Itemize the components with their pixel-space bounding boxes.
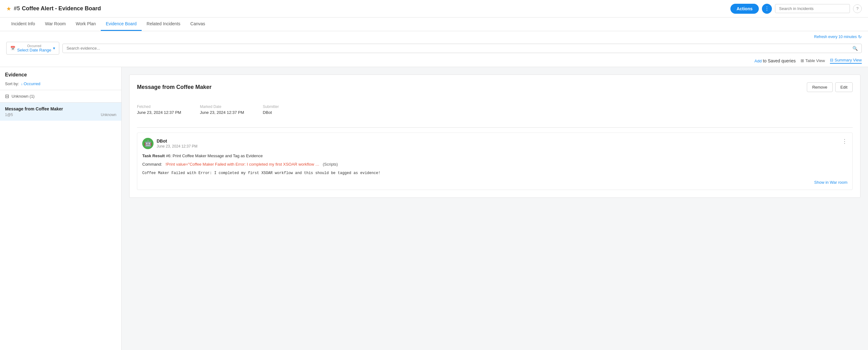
scripts-tag: (Scripts) [322,162,338,166]
star-icon: ★ [6,5,11,12]
separator [137,127,853,128]
marked-date-label: Marked Date [200,104,244,109]
summary-view-label: Summary View [835,58,862,62]
author-name-time: DBot June 23, 2024 12:37 PM [157,138,197,149]
fetched-label: Fetched [137,104,181,109]
evidence-item-id: 1@5 [5,113,13,117]
detail-title: Message from Coffee Maker [137,84,212,91]
author-time: June 23, 2024 12:37 PM [157,144,197,149]
refresh-icon[interactable]: ↻ [858,34,862,39]
task-text: #6: Print Coffee Maker Message and Tag a… [166,154,263,158]
marked-date-value: June 23, 2024 12:37 PM [200,110,244,115]
toolbar-bottom: Add to Saved queries ⊞ Table View ⊟ Summ… [6,58,862,64]
group-name: Unknown (1) [11,94,35,99]
task-label: Task Result [142,154,165,158]
incident-title: Coffee Alert - Evidence Board [22,5,101,12]
sort-by-label: Sort by: [5,82,19,86]
command-link[interactable]: !Print value="Coffee Maker Failed with E… [165,162,319,166]
avatar: 🤖 [142,138,154,149]
group-collapse-icon: ⊟ [5,93,9,99]
refresh-text[interactable]: Refresh every 10 minutes [814,35,857,39]
detail-header: Message from Coffee Maker Remove Edit [137,82,853,92]
table-view-label: Table View [805,58,825,63]
chevron-down-icon: ▾ [53,46,55,51]
show-in-war-room-link[interactable]: Show in War room [814,180,847,185]
help-button[interactable]: ? [853,4,862,13]
svg-text:🤖: 🤖 [144,139,152,147]
submitter-label: Submitter [263,104,279,109]
detail-actions: Remove Edit [807,82,853,92]
summary-view-toggle[interactable]: ⊟ Summary View [830,58,862,64]
task-result-line: Task Result #6: Print Coffee Maker Messa… [142,153,847,159]
header-title-area: ★ #5 Coffee Alert - Evidence Board [6,5,731,12]
calendar-icon: 📅 [10,46,15,51]
evidence-item-meta: 1@5 Unknown [5,113,116,117]
main-layout: Evidence Sort by: ↓ Occurred ⊟ Unknown (… [0,67,868,350]
command-label: Command: [142,162,162,166]
message-block: 🤖 DBot June 23, 2024 12:37 PM ⋮ Task Res… [137,133,853,190]
fetched-value: June 23, 2024 12:37 PM [137,110,181,115]
right-panel: Message from Coffee Maker Remove Edit Fe… [122,67,868,350]
show-war-room-area: Show in War room [142,180,847,185]
edit-button[interactable]: Edit [835,82,853,92]
evidence-item-status: Unknown [101,113,116,117]
saved-queries-area: Add to Saved queries [754,58,796,63]
message-content: Task Result #6: Print Coffee Maker Messa… [142,153,847,176]
tab-related-incidents[interactable]: Related Incidents [142,17,185,31]
actions-button[interactable]: Actions [731,4,759,14]
incident-number: #5 [14,5,20,12]
submitter-value: DBot [263,110,279,115]
sort-by-value[interactable]: ↓ Occurred [21,82,40,86]
author-name: DBot [157,138,197,144]
meta-marked-date: Marked Date June 23, 2024 12:37 PM [200,104,244,115]
date-range-button[interactable]: 📅 Occurred Select Date Range ▾ [6,42,59,55]
date-range-label: Select Date Range [17,48,51,53]
to-saved-queries-label: to Saved queries [763,58,796,63]
sort-by-field: Occurred [24,82,40,86]
header: ★ #5 Coffee Alert - Evidence Board Actio… [0,0,868,18]
message-body: Coffee Maker Failed with Error: I comple… [142,170,847,176]
tab-work-plan[interactable]: Work Plan [71,17,101,31]
sort-row: Sort by: ↓ Occurred [0,80,121,90]
detail-meta: Fetched June 23, 2024 12:37 PM Marked Da… [137,99,853,120]
meta-submitter: Submitter DBot [263,104,279,115]
add-link[interactable]: Add [754,59,762,63]
more-options-button[interactable]: ⋮ [762,4,772,14]
command-line: Command: !Print value="Coffee Maker Fail… [142,161,847,168]
toolbar-top: Refresh every 10 minutes ↻ [6,34,862,39]
toolbar: Refresh every 10 minutes ↻ 📅 Occurred Se… [0,31,868,67]
message-author-row: 🤖 DBot June 23, 2024 12:37 PM ⋮ [142,138,847,149]
meta-fetched: Fetched June 23, 2024 12:37 PM [137,104,181,115]
group-header[interactable]: ⊟ Unknown (1) [0,90,121,102]
tab-canvas[interactable]: Canvas [185,17,210,31]
search-incidents-input[interactable] [779,6,846,11]
toolbar-middle: 📅 Occurred Select Date Range ▾ 🔍 [6,42,862,55]
table-view-toggle[interactable]: ⊞ Table View [801,58,825,63]
message-more-options[interactable]: ⋮ [842,138,847,145]
author-info: 🤖 DBot June 23, 2024 12:37 PM [142,138,197,149]
nav-tabs: Incident Info War Room Work Plan Evidenc… [0,18,868,31]
header-actions: Actions ⋮ ? [731,4,862,14]
view-toggles: ⊞ Table View ⊟ Summary View [801,58,862,64]
search-incidents-container [775,4,850,13]
table-view-icon: ⊞ [801,58,804,63]
remove-button[interactable]: Remove [807,82,832,92]
search-evidence-input[interactable] [66,46,852,51]
search-evidence-container: 🔍 [62,44,862,53]
tab-war-room[interactable]: War Room [40,17,70,31]
tab-evidence-board[interactable]: Evidence Board [101,17,142,31]
evidence-item-title: Message from Coffee Maker [5,106,116,112]
occurred-label: Occurred [17,44,51,48]
evidence-list-item[interactable]: Message from Coffee Maker 1@5 Unknown [0,102,121,121]
search-evidence-button[interactable]: 🔍 [852,46,858,51]
evidence-detail-card: Message from Coffee Maker Remove Edit Fe… [129,74,861,198]
left-panel: Evidence Sort by: ↓ Occurred ⊟ Unknown (… [0,67,122,350]
sort-arrow-icon: ↓ [21,82,23,86]
summary-view-icon: ⊟ [830,58,833,62]
tab-incident-info[interactable]: Incident Info [6,17,40,31]
evidence-panel-title: Evidence [0,67,121,80]
